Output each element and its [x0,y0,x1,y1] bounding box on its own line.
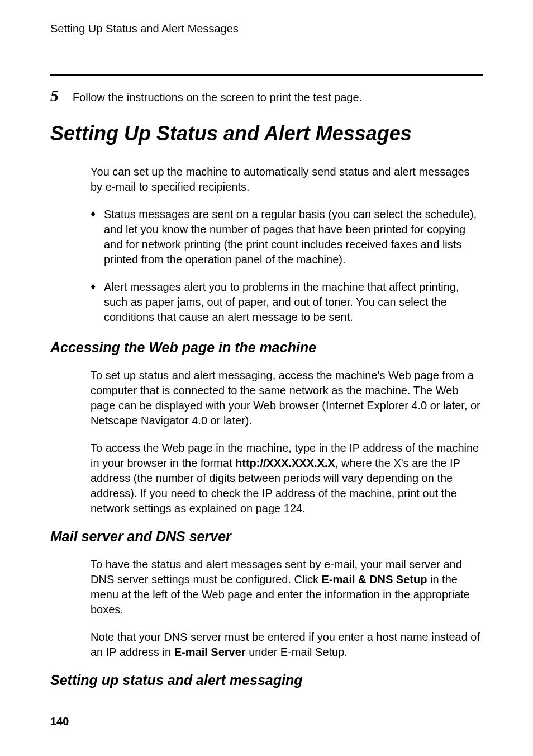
intro-paragraph: You can set up the machine to automatica… [91,164,483,195]
text-fragment: under E-mail Setup. [246,646,348,658]
section-heading-setup: Setting up status and alert messaging [50,672,483,688]
page-number: 140 [50,715,69,728]
email-dns-bold: E-mail & DNS Setup [322,573,427,585]
list-item: Status messages are sent on a regular ba… [91,207,483,267]
step-number: 5 [50,86,73,105]
horizontal-rule [50,74,483,76]
step-line: 5 Follow the instructions on the screen … [50,86,483,105]
list-item: Alert messages alert you to problems in … [91,280,483,325]
email-server-bold: E-mail Server [174,646,246,658]
page-title: Setting Up Status and Alert Messages [50,122,483,145]
access-paragraph-2: To access the Web page in the machine, t… [91,441,483,516]
mail-paragraph-2: Note that your DNS server must be entere… [91,630,483,660]
section-heading-mail: Mail server and DNS server [50,528,483,545]
bullet-list: Status messages are sent on a regular ba… [91,207,483,325]
url-bold: http://XXX.XXX.X.X [235,457,335,469]
step-text: Follow the instructions on the screen to… [73,91,362,104]
section-heading-access: Accessing the Web page in the machine [50,339,483,356]
access-paragraph-1: To set up status and alert messaging, ac… [91,368,483,428]
mail-paragraph-1: To have the status and alert messages se… [91,557,483,617]
running-head: Setting Up Status and Alert Messages [50,22,483,35]
